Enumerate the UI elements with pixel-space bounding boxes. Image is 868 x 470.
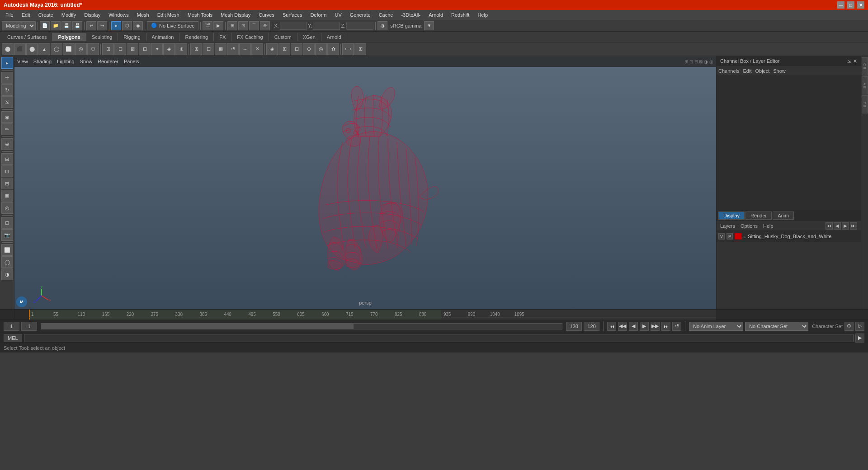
- edit-tab[interactable]: Edit: [743, 68, 751, 74]
- redo-btn[interactable]: ↪: [97, 21, 107, 30]
- shelf-platonic-icon[interactable]: ⬡: [87, 43, 99, 55]
- close-button[interactable]: ✕: [857, 1, 864, 9]
- character-set-dropdown[interactable]: No Character Set: [745, 322, 808, 331]
- tab-sculpting[interactable]: Sculpting: [86, 33, 118, 41]
- anim-layer-dropdown[interactable]: No Anim Layer: [689, 322, 743, 331]
- menu-redshift[interactable]: Redshift: [448, 11, 473, 19]
- channel-box-close-btn[interactable]: ✕: [853, 58, 857, 64]
- menu-create[interactable]: Create: [35, 11, 57, 19]
- shelf-append-icon[interactable]: ⊠: [127, 43, 138, 55]
- display-tab[interactable]: Display: [718, 212, 745, 220]
- play-btn[interactable]: ▶: [640, 322, 649, 331]
- menu-mesh-display[interactable]: Mesh Display: [217, 11, 254, 19]
- tab-curves-surfaces[interactable]: Curves / Surfaces: [2, 33, 52, 41]
- shelf-combine-icon[interactable]: ⊞: [278, 43, 290, 55]
- menu-mesh-tools[interactable]: Mesh Tools: [184, 11, 216, 19]
- renderer-menu[interactable]: Renderer: [98, 59, 118, 64]
- z-input[interactable]: [346, 22, 373, 30]
- ipr-btn[interactable]: ▶: [213, 21, 223, 30]
- layer-p-checkbox[interactable]: P: [726, 233, 733, 240]
- show-menu[interactable]: Show: [80, 59, 93, 64]
- save-as-btn[interactable]: 💾: [72, 21, 82, 30]
- menu-display[interactable]: Display: [80, 11, 104, 19]
- gamma-dropdown-btn[interactable]: ▼: [424, 21, 434, 30]
- shelf-offset-edge-icon[interactable]: ⊟: [203, 43, 214, 55]
- next-frame-btn[interactable]: ▶▶: [651, 322, 660, 331]
- go-end-btn[interactable]: ⏭: [661, 322, 670, 331]
- isolate-btn[interactable]: ◯: [1, 256, 13, 268]
- script-input[interactable]: [24, 334, 854, 342]
- render-region-btn[interactable]: ⬜: [1, 244, 13, 256]
- layer-v-checkbox[interactable]: V: [718, 233, 725, 240]
- shelf-poke-icon[interactable]: ✦: [151, 43, 163, 55]
- anim-options-btn[interactable]: ⚙: [844, 322, 854, 331]
- shelf-duplicate-icon[interactable]: ⊕: [175, 43, 187, 55]
- lighting-menu[interactable]: Lighting: [57, 59, 75, 64]
- snap-btn4[interactable]: ⊠: [1, 190, 13, 202]
- menu-surfaces[interactable]: Surfaces: [279, 11, 306, 19]
- shelf-cone-icon[interactable]: ▲: [38, 43, 50, 55]
- menu-cache[interactable]: Cache: [375, 11, 397, 19]
- playback-options-btn[interactable]: ▷: [855, 322, 864, 331]
- shelf-disc-icon[interactable]: ◎: [75, 43, 87, 55]
- layer-scroll-start[interactable]: ⏮: [826, 222, 833, 230]
- new-file-btn[interactable]: 📄: [40, 21, 50, 30]
- snap-btn5[interactable]: ◎: [1, 202, 13, 214]
- tab-fx-caching[interactable]: FX Caching: [231, 33, 269, 41]
- render-btn[interactable]: 🎬: [203, 21, 212, 30]
- range-end-input[interactable]: [566, 322, 582, 331]
- layer-scroll-next[interactable]: ▶: [842, 222, 849, 230]
- menu-help[interactable]: Help: [474, 11, 491, 19]
- tab-animation[interactable]: Animation: [146, 33, 180, 41]
- shelf-separate-icon[interactable]: ⊟: [291, 43, 302, 55]
- menu-file[interactable]: File: [2, 11, 17, 19]
- shelf-fill-icon[interactable]: ⊡: [139, 43, 151, 55]
- shelf-extrude-icon[interactable]: ⊞: [102, 43, 114, 55]
- shading-menu[interactable]: Shading: [33, 59, 52, 64]
- tab-polygons[interactable]: Polygons: [52, 33, 86, 41]
- shelf-spin-edge-icon[interactable]: ↺: [227, 43, 239, 55]
- menu-mesh[interactable]: Mesh: [133, 11, 153, 19]
- tab-fx[interactable]: FX: [214, 33, 231, 41]
- lasso-btn[interactable]: ⬡: [122, 21, 132, 30]
- grid-btn[interactable]: ⊞: [227, 21, 237, 30]
- save-file-btn[interactable]: 💾: [61, 21, 71, 30]
- gamma-icon[interactable]: ◑: [377, 21, 387, 30]
- layer-scroll-end[interactable]: ⏭: [850, 222, 857, 230]
- help-menu[interactable]: Help: [763, 223, 774, 229]
- paint-select-btn[interactable]: ✏: [1, 123, 13, 135]
- attribute-editor-toggle-btn[interactable]: A E: [862, 76, 868, 94]
- snap-point-btn[interactable]: ⊕: [260, 21, 270, 30]
- options-menu[interactable]: Options: [741, 223, 758, 229]
- menu-modify[interactable]: Modify: [58, 11, 80, 19]
- channels-tab[interactable]: Channels: [718, 68, 739, 74]
- menu-deform[interactable]: Deform: [307, 11, 330, 19]
- range-start-input[interactable]: [4, 322, 19, 331]
- shelf-plane-icon[interactable]: ⬜: [63, 43, 75, 55]
- select-tool-btn[interactable]: ▸: [1, 57, 13, 69]
- move-tool-btn[interactable]: ✛: [1, 72, 13, 84]
- loop-btn[interactable]: ↺: [672, 322, 681, 331]
- tab-xgen[interactable]: XGen: [297, 33, 321, 41]
- show-manip-btn[interactable]: ⊕: [1, 138, 13, 150]
- snap-btn2[interactable]: ⊡: [1, 165, 13, 177]
- current-frame-input[interactable]: [21, 322, 37, 331]
- layers-menu[interactable]: Layers: [720, 223, 735, 229]
- xray-btn[interactable]: ◑: [1, 268, 13, 280]
- snap-grid-btn[interactable]: ⊡: [238, 21, 248, 30]
- tab-rigging[interactable]: Rigging: [118, 33, 146, 41]
- grid-vis-btn[interactable]: ⊞: [1, 217, 13, 229]
- render-tab[interactable]: Render: [745, 212, 772, 220]
- anim-end-input[interactable]: [584, 322, 599, 331]
- shelf-insert-edge-icon[interactable]: ⊞: [190, 43, 202, 55]
- snap-btn1[interactable]: ⊞: [1, 153, 13, 165]
- layer-scroll-prev[interactable]: ◀: [834, 222, 841, 230]
- show-tab[interactable]: Show: [773, 68, 786, 74]
- tab-custom[interactable]: Custom: [269, 33, 297, 41]
- shelf-cleanup-icon[interactable]: ⊞: [354, 43, 366, 55]
- viewport[interactable]: View Shading Lighting Show Renderer Pane…: [14, 56, 716, 309]
- shelf-boolean-icon[interactable]: ⊕: [303, 43, 315, 55]
- channel-box-toggle-btn[interactable]: C B: [862, 57, 868, 75]
- shelf-bevel-icon[interactable]: ◈: [266, 43, 278, 55]
- shelf-sculpt-icon[interactable]: ✿: [327, 43, 339, 55]
